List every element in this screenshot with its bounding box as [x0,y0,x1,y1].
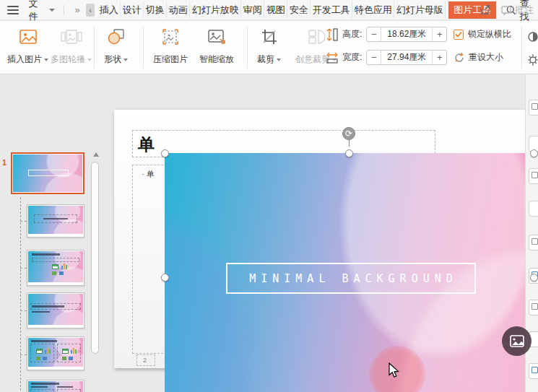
contrast-icon[interactable] [527,30,538,43]
picture-placeholder-button[interactable] [502,326,532,356]
page-number-placeholder[interactable]: 2 [136,354,155,366]
share-icon[interactable] [480,4,491,16]
layout-preview [28,294,83,325]
resize-handle-middle-right[interactable] [530,274,538,282]
divider [64,5,64,15]
smart-zoom-label: 智能缩放 [199,53,234,66]
layout-preview [28,251,83,282]
height-decrease-button[interactable]: − [367,27,381,42]
master-slide-thumbnail[interactable] [11,152,84,194]
slide-number: 1 [2,158,6,167]
divider [247,27,248,69]
height-icon [326,28,338,41]
file-menu-button[interactable]: 文件 [25,0,60,20]
tab-view[interactable]: 视图 [264,1,287,19]
resize-handle-top-left[interactable] [161,149,169,157]
sidebar-tool-icon [532,103,538,110]
tab-dev-tools[interactable]: 开发工具 [311,1,352,19]
caption-frame: MINIMAL BACKGROUND [226,263,476,294]
picture-icon [510,335,524,347]
height-label: 高度: [342,28,362,40]
compress-picture-button[interactable]: 压缩图片 [150,25,191,70]
sidebar-tool-icon [532,367,538,373]
rotation-stem [349,139,350,147]
tab-overflow-button[interactable]: » [69,4,85,15]
lock-aspect-checkbox[interactable] [454,30,464,40]
tab-design[interactable]: 设计 [121,1,144,19]
height-spinner: − 18.62厘米 + [366,27,447,42]
reset-size-button[interactable]: 重设大小 [454,51,503,64]
file-menu-label: 文件 [29,0,47,23]
caption-text: MINIMAL BACKGROUND [244,272,458,285]
layout-thumbnail-chart[interactable] [27,250,84,286]
width-increase-button[interactable]: + [433,50,446,65]
chevron-down-icon [123,58,128,61]
layout-preview [28,338,83,367]
layout-thumbnail-two-content[interactable] [27,336,84,370]
height-control-row: 高度: − 18.62厘米 + [326,27,447,42]
resize-handle-middle-left[interactable] [161,274,169,282]
height-value[interactable]: 18.62厘米 [381,27,433,42]
multi-picture-carousel-button[interactable]: 多图轮播 [48,25,95,70]
shapes-icon [107,28,126,45]
tab-slide-master[interactable]: 幻灯片母版 [394,1,446,19]
divider [521,27,522,69]
crop-label: 裁剪 [257,53,274,66]
rotation-handle[interactable]: ⟳ [342,127,355,140]
editing-canvas: 单 · 单 2 MINIMAL BACKGROUND ⟳ [101,74,525,392]
insert-picture-icon [19,28,38,45]
smart-zoom-button[interactable]: 智能缩放 [196,25,237,70]
title-placeholder-text: 单 [138,135,155,154]
layout-connector [20,221,27,222]
ribbon-tabs: 插入 设计 切换 动画 幻灯片放映 审阅 视图 安全 开发工具 特色应用 幻灯片… [97,0,496,20]
comment-icon [501,5,512,15]
layout-thumbnail-title[interactable] [27,204,84,238]
resize-handle-top-right[interactable] [530,149,538,157]
chevron-down-icon [87,58,92,61]
tab-animation[interactable]: 动画 [167,1,190,19]
smart-zoom-icon [207,28,227,45]
master-slide-preview [13,154,82,192]
slide-master-page[interactable]: 单 · 单 2 MINIMAL BACKGROUND ⟳ [114,110,525,368]
resize-handle-top-middle[interactable] [345,149,353,157]
menu-icon[interactable] [7,6,19,14]
sidebar-tool-icon [532,172,538,178]
chevron-down-icon [277,58,281,61]
tab-security[interactable]: 安全 [287,1,311,19]
compress-picture-label: 压缩图片 [153,53,188,66]
brightness-icon[interactable] [527,53,538,66]
tab-transition[interactable]: 切换 [144,1,167,19]
tab-scroll-left-button[interactable]: ‹ [86,4,95,17]
multi-picture-carousel-label: 多图轮播 [51,53,85,66]
height-increase-button[interactable]: + [433,27,446,42]
slide-thumbnail-panel: 1 [0,74,101,392]
tab-special-apps[interactable]: 特色应用 [352,1,394,19]
layout-preview [28,206,83,234]
body-placeholder-text: 单 [147,170,155,178]
creative-crop-label: 创意裁剪 [295,53,330,66]
compress-picture-icon [161,28,180,45]
crop-button[interactable]: 裁剪 [254,25,284,70]
shapes-label: 形状 [104,53,121,66]
sidebar-tool-button[interactable] [529,201,538,217]
tab-slideshow[interactable]: 幻灯片放映 [190,1,241,19]
width-decrease-button[interactable]: − [367,50,381,65]
chevron-down-icon [44,58,48,61]
panel-scroll-up-icon[interactable] [93,152,99,157]
creative-crop-icon [307,28,326,45]
comment-button[interactable]: 批注 [501,4,534,17]
layout-thumbnail-comparison[interactable] [27,380,84,392]
width-control-row: 宽度: − 27.94厘米 + [326,50,447,65]
tab-review[interactable]: 审阅 [241,1,264,19]
selected-background-picture[interactable]: MINIMAL BACKGROUND [165,153,534,392]
panel-scrollbar[interactable] [91,162,99,354]
tab-insert[interactable]: 插入 [97,1,121,19]
width-value[interactable]: 27.94厘米 [381,50,433,65]
shapes-button[interactable]: 形状 [101,25,131,70]
ribbon-picture-tools: 插入图片 多图轮播 形状 压缩图片 智能缩放 裁剪 创意裁剪 [0,21,538,74]
master-layout-connector [20,197,21,392]
layout-connector [20,268,27,269]
layout-thumbnail-text[interactable] [27,292,84,328]
bullet-glyph: · [142,170,144,178]
insert-picture-button[interactable]: 插入图片 [4,25,51,70]
